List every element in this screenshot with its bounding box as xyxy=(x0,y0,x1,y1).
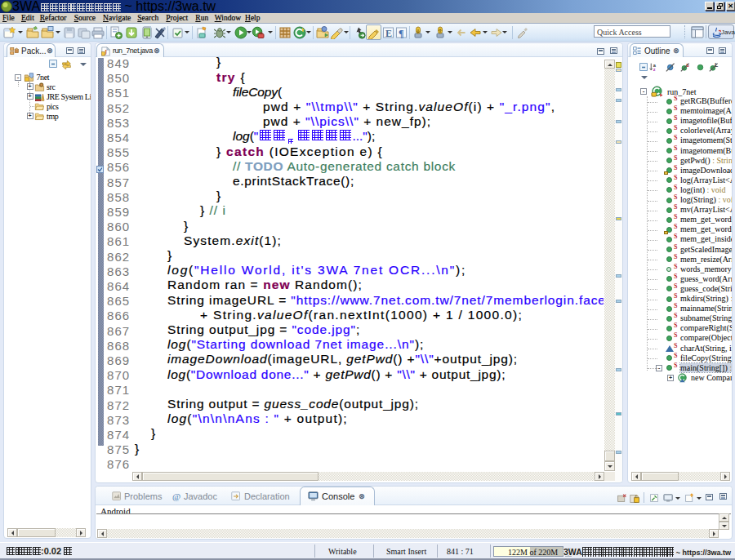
svg-text:z: z xyxy=(653,67,656,72)
svg-text:E: E xyxy=(385,28,392,39)
svg-text:¶: ¶ xyxy=(399,28,403,39)
